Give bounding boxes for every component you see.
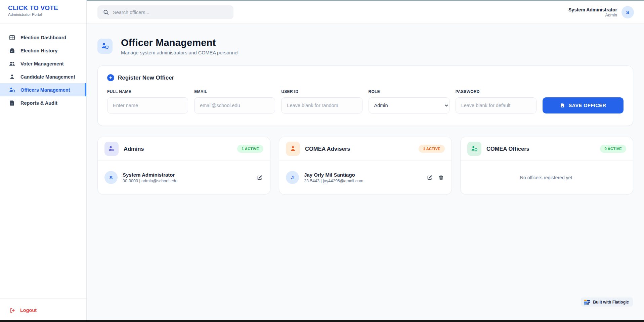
- report-document-icon: [9, 100, 15, 106]
- field-role: ROLE Admin: [369, 89, 449, 113]
- sidebar-item-label: Officers Management: [20, 87, 70, 93]
- officers-active-badge: 0 ACTIVE: [600, 145, 626, 153]
- comea-officers-card: COMEA Officers 0 ACTIVE No officers regi…: [460, 137, 633, 194]
- admins-card-body: S System Administrator 00-0000 | admin@s…: [98, 161, 270, 194]
- topbar: System Administrator Admin S: [87, 1, 644, 24]
- edit-button[interactable]: [427, 175, 433, 181]
- sidebar-item-label: Voter Management: [20, 61, 64, 66]
- user-role: Admin: [568, 13, 617, 17]
- admins-active-badge: 1 ACTIVE: [237, 145, 263, 153]
- built-with-flatlogic-label: Built with Flatlogic: [593, 300, 629, 305]
- sidebar-item-label: Candidate Management: [20, 74, 75, 80]
- brand-subtitle: Administrator Portal: [8, 12, 78, 16]
- email-input[interactable]: [194, 97, 275, 113]
- officer-shield-icon: [9, 87, 15, 93]
- user-block[interactable]: System Administrator Admin S: [568, 6, 634, 18]
- sidebar-item-label: Election Dashboard: [20, 35, 66, 40]
- member-avatar: S: [104, 171, 118, 184]
- member-name: Jay Orly Mil Santiago: [304, 172, 363, 178]
- voters-group-icon: [9, 60, 15, 67]
- sidebar-item-election-dashboard[interactable]: Election Dashboard: [0, 31, 86, 44]
- member-info: Jay Orly Mil Santiago 23-5443 | jay44296…: [304, 172, 363, 183]
- password-label: PASSWORD: [456, 89, 536, 94]
- sidebar-nav: Election Dashboard Election History Vote…: [0, 24, 86, 298]
- advisers-card-header: COMEA Advisers 1 ACTIVE: [279, 137, 452, 161]
- admins-card-header: Admins 1 ACTIVE: [98, 137, 270, 161]
- advisers-card-title: COMEA Advisers: [305, 146, 350, 152]
- edit-pencil-icon: [427, 175, 433, 181]
- member-details: 23-5443 | jay44296@gmail.com: [304, 179, 363, 183]
- user-id-input[interactable]: [281, 97, 362, 113]
- register-form: FULL NAME EMAIL USER ID ROLE Adm: [107, 89, 624, 113]
- member-avatar: J: [286, 171, 299, 184]
- main-column: System Administrator Admin S Officer Man…: [87, 0, 644, 322]
- field-email: EMAIL: [194, 89, 275, 113]
- member-info: System Administrator 00-0000 | admin@sch…: [123, 172, 177, 183]
- save-floppy-icon: [560, 103, 565, 108]
- officer-shield-icon: [467, 142, 481, 156]
- logout-button[interactable]: Logout: [0, 298, 86, 322]
- candidate-person-icon: [9, 74, 15, 80]
- search-icon: [103, 9, 109, 15]
- advisers-active-badge: 1 ACTIVE: [419, 145, 445, 153]
- sidebar-item-officers-management[interactable]: Officers Management: [0, 83, 86, 96]
- empty-state-text: No officers registered yet.: [461, 175, 633, 180]
- avatar[interactable]: S: [621, 6, 634, 18]
- member-actions: [257, 175, 263, 181]
- trash-icon: [438, 175, 444, 181]
- member-row: J Jay Orly Mil Santiago 23-5443 | jay442…: [279, 165, 452, 190]
- sidebar-item-reports-audit[interactable]: Reports & Audit: [0, 96, 86, 109]
- logout-label: Logout: [20, 308, 37, 313]
- logout-icon: [9, 307, 16, 314]
- delete-button[interactable]: [438, 175, 444, 181]
- page-header: Officer Management Manage system adminis…: [97, 37, 633, 55]
- full-name-label: FULL NAME: [107, 89, 188, 94]
- admin-person-gear-icon: [104, 142, 119, 156]
- role-select[interactable]: Admin: [369, 97, 449, 113]
- full-name-input[interactable]: [107, 97, 188, 113]
- adviser-person-icon: [286, 142, 300, 156]
- user-id-label: USER ID: [281, 89, 362, 94]
- save-officer-button[interactable]: SAVE OFFICER: [543, 97, 624, 113]
- email-label: EMAIL: [194, 89, 275, 94]
- officer-shield-icon: [97, 39, 113, 54]
- brand-title: CLICK TO VOTE: [8, 4, 78, 12]
- page-title: Officer Management: [121, 37, 239, 48]
- field-password: PASSWORD: [456, 89, 536, 113]
- user-name: System Administrator: [568, 7, 617, 12]
- page-header-text: Officer Management Manage system adminis…: [121, 37, 239, 55]
- register-card-title: Register New Officer: [118, 75, 174, 81]
- sidebar-item-candidate-management[interactable]: Candidate Management: [0, 70, 86, 83]
- page-subtitle: Manage system administrators and COMEA p…: [121, 50, 239, 55]
- save-officer-label: SAVE OFFICER: [568, 103, 606, 108]
- register-officer-card: Register New Officer FULL NAME EMAIL USE…: [97, 65, 633, 126]
- admins-card-title: Admins: [124, 146, 144, 152]
- advisers-card-body: J Jay Orly Mil Santiago 23-5443 | jay442…: [279, 161, 452, 194]
- edit-pencil-icon: [257, 175, 263, 181]
- sidebar-item-label: Reports & Audit: [20, 100, 57, 106]
- window-bottom-edge: [0, 320, 644, 322]
- member-row: S System Administrator 00-0000 | admin@s…: [98, 165, 270, 190]
- ballot-box-icon: [9, 47, 15, 54]
- user-meta: System Administrator Admin: [568, 7, 617, 17]
- officers-card-body: No officers registered yet.: [461, 161, 633, 194]
- brand: CLICK TO VOTE Administrator Portal: [0, 0, 86, 24]
- role-label: ROLE: [369, 89, 449, 94]
- search-input[interactable]: [113, 10, 228, 15]
- member-details: 00-0000 | admin@school.edu: [123, 179, 177, 183]
- dashboard-grid-icon: [9, 34, 15, 41]
- built-with-flatlogic-badge[interactable]: Built with Flatlogic: [581, 297, 633, 307]
- sidebar-item-election-history[interactable]: Election History: [0, 44, 86, 57]
- member-name: System Administrator: [123, 172, 177, 178]
- password-input[interactable]: [456, 97, 536, 113]
- field-user-id: USER ID: [281, 89, 362, 113]
- field-full-name: FULL NAME: [107, 89, 188, 113]
- sidebar-item-label: Election History: [20, 48, 57, 53]
- officer-groups: Admins 1 ACTIVE S System Administrator 0…: [97, 137, 633, 194]
- edit-button[interactable]: [257, 175, 263, 181]
- sidebar-item-voter-management[interactable]: Voter Management: [0, 57, 86, 70]
- officers-card-title: COMEA Officers: [486, 146, 529, 152]
- page-content: Officer Management Manage system adminis…: [87, 24, 644, 322]
- admins-card: Admins 1 ACTIVE S System Administrator 0…: [97, 137, 270, 194]
- search-box[interactable]: [97, 5, 233, 19]
